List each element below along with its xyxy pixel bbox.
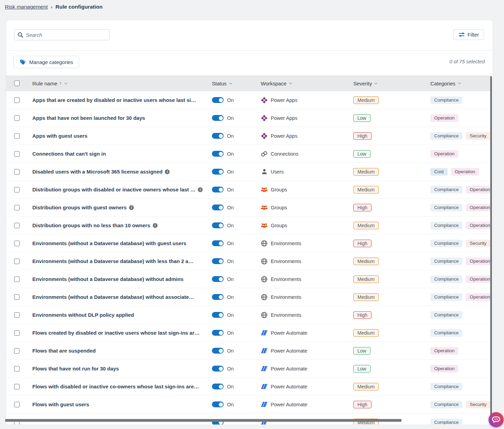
toggle-on[interactable] <box>212 97 224 103</box>
search-input[interactable] <box>26 32 106 38</box>
row-checkbox[interactable] <box>14 366 20 372</box>
status-toggle[interactable]: On <box>212 276 261 282</box>
filter-button[interactable]: Filter <box>453 29 484 40</box>
row-checkbox[interactable] <box>14 133 20 139</box>
status-toggle[interactable]: On <box>212 312 261 318</box>
horizontal-scrollbar[interactable] <box>5 419 401 422</box>
row-checkbox[interactable] <box>14 169 20 175</box>
row-checkbox[interactable] <box>14 276 20 282</box>
rule-name[interactable]: Apps that are created by disabled or ina… <box>32 97 196 103</box>
vertical-scrollbar[interactable] <box>490 76 492 417</box>
toggle-on[interactable] <box>212 401 224 407</box>
toggle-on[interactable] <box>212 384 224 389</box>
status-toggle[interactable]: On <box>212 115 261 121</box>
status-toggle[interactable]: On <box>212 151 261 157</box>
row-checkbox[interactable] <box>14 205 20 210</box>
info-icon[interactable]: i <box>165 169 170 174</box>
row-checkbox[interactable] <box>14 312 20 318</box>
status-toggle[interactable]: On <box>212 348 261 354</box>
row-checkbox[interactable] <box>14 294 20 300</box>
toggle-on[interactable] <box>212 187 224 192</box>
column-header-status[interactable]: Status <box>212 81 261 86</box>
search-box[interactable] <box>14 29 110 40</box>
rule-name[interactable]: Environments without DLP policy applied <box>32 312 134 318</box>
row-checkbox[interactable] <box>14 348 20 354</box>
rule-name[interactable]: Flows that are suspended <box>32 348 96 354</box>
toggle-on[interactable] <box>212 222 224 228</box>
rule-name[interactable]: Distribution groups with guest owners <box>32 205 127 210</box>
row-checkbox[interactable] <box>14 330 20 336</box>
status-toggle[interactable]: On <box>212 169 261 175</box>
severity-badge: High <box>353 401 372 408</box>
status-toggle[interactable]: On <box>212 401 261 407</box>
manage-categories-button[interactable]: Manage categories <box>13 56 79 68</box>
rule-name[interactable]: Environments (without a Dataverse databa… <box>32 276 183 282</box>
status-toggle[interactable]: On <box>212 384 261 389</box>
column-header-workspace[interactable]: Workspace <box>261 81 353 86</box>
column-header-categories[interactable]: Categories <box>430 81 491 86</box>
row-checkbox[interactable] <box>14 97 20 103</box>
toggle-on[interactable] <box>212 169 224 175</box>
toggle-on[interactable] <box>212 240 224 246</box>
breadcrumb-risk-management-link[interactable]: Risk management <box>5 4 48 10</box>
rule-name[interactable]: Apps that have not been launched for 30 … <box>32 115 145 121</box>
chevron-down-icon <box>458 82 461 85</box>
toggle-on[interactable] <box>212 312 224 318</box>
info-icon[interactable]: i <box>153 223 158 228</box>
toggle-on[interactable] <box>212 366 224 372</box>
status-toggle[interactable]: On <box>212 97 261 103</box>
status-toggle[interactable]: On <box>212 258 261 264</box>
column-header-rule-name[interactable]: Rule name ↑ <box>32 81 212 86</box>
row-checkbox[interactable] <box>14 115 20 121</box>
row-checkbox[interactable] <box>14 223 20 228</box>
info-icon[interactable]: i <box>198 187 203 192</box>
toggle-on[interactable] <box>212 348 224 354</box>
row-checkbox[interactable] <box>14 187 20 192</box>
rule-name[interactable]: Flows with disabled or inactive co-owner… <box>32 384 199 389</box>
status-label: On <box>227 187 234 192</box>
status-toggle[interactable]: On <box>212 294 261 300</box>
toggle-on[interactable] <box>212 276 224 282</box>
rule-name[interactable]: Environments (without a Dataverse databa… <box>32 240 186 246</box>
rule-name[interactable]: Environments (without a Dataverse databa… <box>32 258 193 264</box>
rule-name[interactable]: Flows created by disabled or inactive us… <box>32 330 200 336</box>
select-all-checkbox[interactable] <box>14 81 20 86</box>
toggle-on[interactable] <box>212 151 224 157</box>
info-icon[interactable]: i <box>129 205 134 210</box>
status-toggle[interactable]: On <box>212 187 261 192</box>
table-row: Flows created by disabled or inactive us… <box>6 324 491 342</box>
row-checkbox[interactable] <box>14 402 20 407</box>
row-checkbox[interactable] <box>14 151 20 157</box>
rule-name[interactable]: Flows that have not run for 30 days <box>32 366 119 372</box>
toggle-on[interactable] <box>212 330 224 336</box>
status-toggle[interactable]: On <box>212 133 261 139</box>
rule-name[interactable]: Distribution groups with no less than 10… <box>32 222 150 228</box>
rule-name[interactable]: Flows with guest users <box>32 401 89 407</box>
status-toggle[interactable]: On <box>212 222 261 228</box>
row-checkbox[interactable] <box>14 384 20 389</box>
toggle-on[interactable] <box>212 258 224 264</box>
row-checkbox[interactable] <box>14 241 20 246</box>
rule-name[interactable]: Disabled users with a Microsoft 365 lice… <box>32 169 162 175</box>
rule-name[interactable]: Environments (without a Dataverse databa… <box>32 294 194 300</box>
chat-widget-button[interactable] <box>489 412 504 427</box>
power-apps-icon <box>261 115 268 122</box>
workspace-label: Groups <box>271 223 287 228</box>
toggle-on[interactable] <box>212 115 224 121</box>
filter-label: Filter <box>468 32 479 38</box>
rule-name[interactable]: Distribution groups with disabled or ina… <box>32 187 195 192</box>
status-toggle[interactable]: On <box>212 330 261 336</box>
rule-name[interactable]: Connections that can't sign in <box>32 151 106 157</box>
rule-name[interactable]: Apps with guest users <box>32 133 87 139</box>
toggle-on[interactable] <box>212 294 224 300</box>
column-header-severity[interactable]: Severity <box>353 81 430 86</box>
power-apps-icon <box>261 133 268 139</box>
status-toggle[interactable]: On <box>212 366 261 372</box>
status-toggle[interactable]: On <box>212 205 261 210</box>
table-row: Environments (without a Dataverse databa… <box>6 270 491 288</box>
toggle-on[interactable] <box>212 133 224 139</box>
row-checkbox[interactable] <box>14 259 20 264</box>
status-toggle[interactable]: On <box>212 240 261 246</box>
toggle-on[interactable] <box>212 205 224 210</box>
category-chip: Operation <box>430 114 458 122</box>
